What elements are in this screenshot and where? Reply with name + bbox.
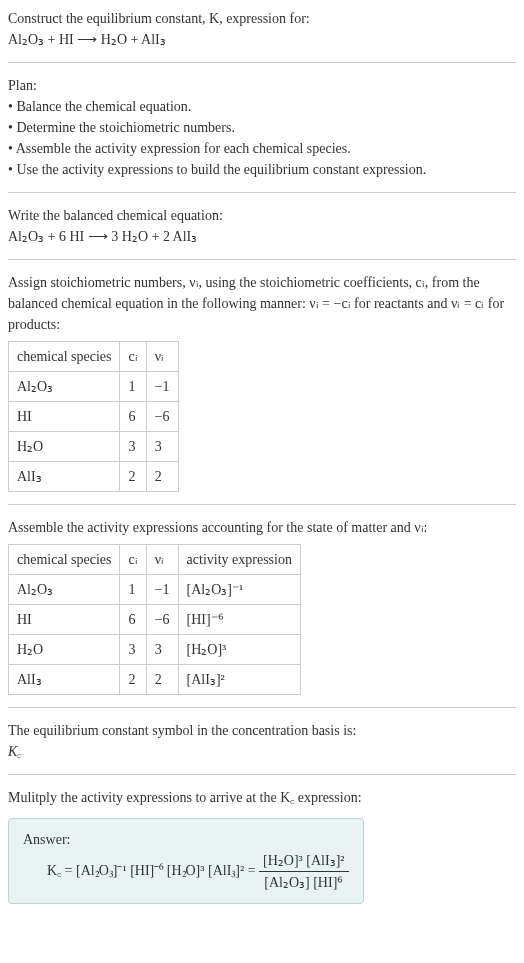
table-cell: −1	[146, 372, 178, 402]
table-cell: H₂O	[9, 432, 120, 462]
stoich-section: Assign stoichiometric numbers, νᵢ, using…	[8, 272, 516, 492]
divider	[8, 774, 516, 775]
table-cell: 1	[120, 372, 146, 402]
answer-expression: K꜀ = [Al₂O₃]⁻¹ [HI]⁻⁶ [H₂O]³ [AlI₃]² = […	[23, 850, 349, 893]
table-cell: 3	[146, 432, 178, 462]
table-row: AlI₃ 2 2 [AlI₃]²	[9, 665, 301, 695]
table-cell: 2	[120, 665, 146, 695]
answer-denominator: [Al₂O₃] [HI]⁶	[259, 872, 348, 893]
divider	[8, 62, 516, 63]
table-header-row: chemical species cᵢ νᵢ	[9, 342, 179, 372]
plan-item: • Use the activity expressions to build …	[8, 162, 426, 177]
table-cell: [Al₂O₃]⁻¹	[178, 575, 300, 605]
table-cell: 3	[120, 432, 146, 462]
symbol-section: The equilibrium constant symbol in the c…	[8, 720, 516, 762]
multiply-line: Mulitply the activity expressions to arr…	[8, 790, 362, 805]
table-cell: [AlI₃]²	[178, 665, 300, 695]
table-cell: −1	[146, 575, 178, 605]
table-cell: 2	[146, 462, 178, 492]
table-row: AlI₃ 2 2	[9, 462, 179, 492]
table-row: Al₂O₃ 1 −1 [Al₂O₃]⁻¹	[9, 575, 301, 605]
divider	[8, 504, 516, 505]
answer-box: Answer: K꜀ = [Al₂O₃]⁻¹ [HI]⁻⁶ [H₂O]³ [Al…	[8, 818, 364, 904]
balanced-heading: Write the balanced chemical equation:	[8, 208, 223, 223]
table-cell: −6	[146, 402, 178, 432]
table-cell: −6	[146, 605, 178, 635]
plan-item: • Determine the stoichiometric numbers.	[8, 120, 235, 135]
answer-fraction: [H₂O]³ [AlI₃]²[Al₂O₃] [HI]⁶	[259, 850, 348, 893]
multiply-section: Mulitply the activity expressions to arr…	[8, 787, 516, 808]
stoich-table: chemical species cᵢ νᵢ Al₂O₃ 1 −1 HI 6 −…	[8, 341, 179, 492]
table-cell: HI	[9, 605, 120, 635]
table-header-row: chemical species cᵢ νᵢ activity expressi…	[9, 545, 301, 575]
divider	[8, 707, 516, 708]
table-cell: H₂O	[9, 635, 120, 665]
table-row: HI 6 −6	[9, 402, 179, 432]
table-cell: Al₂O₃	[9, 372, 120, 402]
divider	[8, 259, 516, 260]
table-header: activity expression	[178, 545, 300, 575]
activity-section: Assemble the activity expressions accoun…	[8, 517, 516, 695]
table-cell: 3	[120, 635, 146, 665]
plan-section: Plan: • Balance the chemical equation. •…	[8, 75, 516, 180]
plan-heading: Plan:	[8, 78, 37, 93]
table-header: cᵢ	[120, 342, 146, 372]
table-row: H₂O 3 3	[9, 432, 179, 462]
table-header: νᵢ	[146, 545, 178, 575]
table-cell: 2	[146, 665, 178, 695]
table-cell: 2	[120, 462, 146, 492]
balanced-equation: Al₂O₃ + 6 HI ⟶ 3 H₂O + 2 AlI₃	[8, 229, 197, 244]
prompt-equation: Al₂O₃ + HI ⟶ H₂O + AlI₃	[8, 32, 166, 47]
table-cell: 6	[120, 605, 146, 635]
table-header: chemical species	[9, 342, 120, 372]
symbol-line1: The equilibrium constant symbol in the c…	[8, 723, 356, 738]
plan-item: • Balance the chemical equation.	[8, 99, 191, 114]
table-cell: 1	[120, 575, 146, 605]
table-cell: AlI₃	[9, 665, 120, 695]
divider	[8, 192, 516, 193]
table-cell: AlI₃	[9, 462, 120, 492]
table-cell: Al₂O₃	[9, 575, 120, 605]
balanced-section: Write the balanced chemical equation: Al…	[8, 205, 516, 247]
stoich-intro: Assign stoichiometric numbers, νᵢ, using…	[8, 275, 504, 332]
table-cell: 3	[146, 635, 178, 665]
prompt-line1: Construct the equilibrium constant, K, e…	[8, 11, 310, 26]
table-cell: 6	[120, 402, 146, 432]
table-header: chemical species	[9, 545, 120, 575]
table-row: Al₂O₃ 1 −1	[9, 372, 179, 402]
table-header: cᵢ	[120, 545, 146, 575]
activity-table: chemical species cᵢ νᵢ activity expressi…	[8, 544, 301, 695]
answer-numerator: [H₂O]³ [AlI₃]²	[259, 850, 348, 872]
table-cell: [HI]⁻⁶	[178, 605, 300, 635]
table-row: HI 6 −6 [HI]⁻⁶	[9, 605, 301, 635]
answer-lhs: K꜀ = [Al₂O₃]⁻¹ [HI]⁻⁶ [H₂O]³ [AlI₃]² =	[47, 863, 259, 878]
prompt-heading: Construct the equilibrium constant, K, e…	[8, 8, 516, 50]
table-row: H₂O 3 3 [H₂O]³	[9, 635, 301, 665]
table-header: νᵢ	[146, 342, 178, 372]
symbol-kc: K꜀	[8, 744, 21, 759]
activity-intro: Assemble the activity expressions accoun…	[8, 520, 428, 535]
answer-label: Answer:	[23, 832, 70, 847]
plan-item: • Assemble the activity expression for e…	[8, 141, 351, 156]
table-cell: [H₂O]³	[178, 635, 300, 665]
table-cell: HI	[9, 402, 120, 432]
